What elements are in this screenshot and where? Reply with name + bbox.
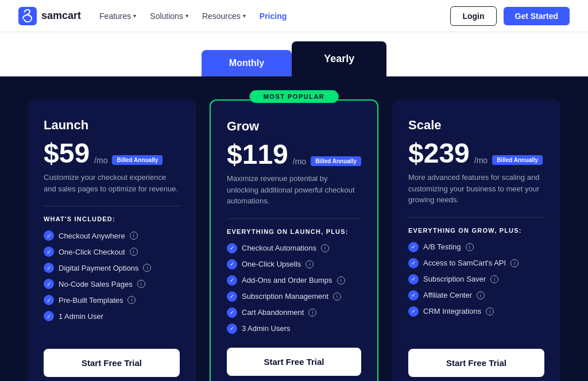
yearly-toggle[interactable]: Yearly [292, 41, 386, 76]
nav-links: Features ▾ Solutions ▾ Resources ▾ Prici… [99, 11, 287, 21]
logo-icon [18, 7, 37, 25]
get-started-button[interactable]: Get Started [504, 7, 570, 25]
check-icon: ✓ [408, 242, 419, 252]
feature-label: Cart Abandonment [242, 308, 304, 317]
navbar-right: Login Get Started [450, 6, 570, 26]
login-button[interactable]: Login [450, 6, 496, 26]
start-trial-scale[interactable]: Start Free Trial [408, 349, 544, 377]
info-icon[interactable]: i [466, 243, 474, 251]
check-icon: ✓ [44, 263, 54, 273]
plan-name-scale: Scale [408, 118, 544, 133]
price-amount-launch: $59 [44, 140, 90, 167]
plan-card-launch: Launch $59 /mo Billed Annually Customize… [28, 99, 196, 381]
info-icon[interactable]: i [143, 264, 151, 272]
price-per-mo-launch: /mo [94, 156, 107, 165]
check-icon: ✓ [227, 291, 237, 302]
info-icon[interactable]: i [486, 307, 494, 315]
billed-badge-grow: Billed Annually [311, 156, 361, 166]
price-row-grow: $119 /mo Billed Annually [227, 141, 361, 168]
list-item: ✓ Digital Payment Options i [44, 263, 180, 273]
feature-list-launch: ✓ Checkout Anywhere i ✓ One-Click Checko… [44, 230, 180, 335]
feature-label: Affiliate Center [423, 291, 472, 299]
feature-list-grow: ✓ Checkout Automations i ✓ One-Click Ups… [227, 243, 361, 334]
nav-resources[interactable]: Resources ▾ [202, 11, 246, 21]
list-item: ✓ Checkout Anywhere i [44, 230, 180, 241]
feature-label: Digital Payment Options [59, 264, 138, 272]
feature-label: No-Code Sales Pages [59, 280, 133, 288]
feature-label: A/B Testing [423, 243, 461, 251]
info-icon[interactable]: i [308, 309, 316, 317]
divider-scale [408, 217, 544, 218]
feature-label: 3 Admin Users [242, 324, 291, 333]
info-icon[interactable]: i [127, 296, 136, 304]
info-icon[interactable]: i [137, 280, 145, 288]
check-icon: ✓ [408, 290, 419, 301]
list-item: ✓ 1 Admin User [44, 311, 180, 321]
feature-label: One-Click Upsells [242, 260, 301, 268]
list-item: ✓ One-Click Upsells i [227, 259, 361, 270]
list-item: ✓ One-Click Checkout i [44, 247, 180, 257]
feature-label: Subscription Saver [423, 275, 486, 283]
info-icon[interactable]: i [130, 232, 138, 240]
check-icon: ✓ [44, 247, 54, 257]
list-item: ✓ Affiliate Center i [408, 290, 544, 301]
list-item: ✓ Subscription Management i [227, 291, 361, 302]
feature-label: Subscription Management [242, 292, 328, 301]
info-icon[interactable]: i [510, 259, 519, 267]
nav-solutions[interactable]: Solutions ▾ [150, 11, 188, 21]
feature-label: 1 Admin User [59, 312, 103, 321]
list-item: ✓ Subscription Saver i [408, 274, 544, 284]
features-header-grow: EVERYTHING ON LAUNCH, PLUS: [227, 228, 361, 235]
feature-label: Checkout Anywhere [59, 232, 125, 240]
nav-features[interactable]: Features ▾ [99, 11, 136, 21]
price-amount-scale: $239 [408, 140, 470, 167]
check-icon: ✓ [227, 275, 237, 286]
most-popular-badge: MOST POPULAR [250, 90, 339, 103]
info-icon[interactable]: i [305, 260, 314, 268]
info-icon[interactable]: i [490, 275, 498, 283]
feature-label: CRM Integrations [423, 307, 481, 315]
start-trial-launch[interactable]: Start Free Trial [44, 349, 180, 377]
billing-toggle-section: Monthly Yearly [0, 32, 588, 76]
plan-card-grow: MOST POPULAR Grow $119 /mo Billed Annual… [210, 99, 378, 381]
check-icon: ✓ [227, 324, 237, 334]
plan-card-scale: Scale $239 /mo Billed Annually More adva… [392, 99, 560, 381]
navbar: samcart Features ▾ Solutions ▾ Resources… [0, 0, 588, 32]
info-icon[interactable]: i [477, 291, 485, 299]
check-icon: ✓ [408, 258, 419, 268]
start-trial-grow[interactable]: Start Free Trial [227, 348, 361, 376]
divider-launch [44, 206, 180, 206]
list-item: ✓ Access to SamCart's API i [408, 258, 544, 268]
list-item: ✓ 3 Admin Users [227, 324, 361, 334]
check-icon: ✓ [44, 295, 54, 305]
list-item: ✓ Checkout Automations i [227, 243, 361, 253]
features-header-launch: WHAT'S INCLUDED: [44, 215, 180, 222]
nav-pricing[interactable]: Pricing [260, 11, 287, 21]
list-item: ✓ Add-Ons and Order Bumps i [227, 275, 361, 286]
billed-badge-scale: Billed Annually [492, 155, 543, 165]
info-icon[interactable]: i [333, 293, 341, 301]
chevron-icon: ▾ [185, 13, 188, 19]
feature-label: Checkout Automations [242, 244, 316, 252]
feature-label: One-Click Checkout [59, 248, 125, 256]
chevron-icon: ▾ [133, 13, 136, 19]
check-icon: ✓ [227, 307, 237, 318]
list-item: ✓ A/B Testing i [408, 242, 544, 252]
price-per-mo-grow: /mo [293, 157, 306, 166]
feature-label: Pre-Built Templates [59, 296, 123, 305]
plan-description-scale: More advanced features for scaling and c… [408, 172, 544, 206]
pricing-section: Launch $59 /mo Billed Annually Customize… [0, 76, 588, 381]
billing-toggle-container: Monthly Yearly [202, 41, 386, 76]
monthly-toggle[interactable]: Monthly [202, 50, 292, 76]
info-icon[interactable]: i [130, 248, 138, 256]
navbar-left: samcart Features ▾ Solutions ▾ Resources… [18, 7, 287, 25]
info-icon[interactable]: i [337, 276, 345, 284]
price-amount-grow: $119 [227, 141, 288, 168]
plan-name-launch: Launch [44, 118, 180, 133]
logo[interactable]: samcart [18, 7, 81, 25]
plan-name-grow: Grow [227, 119, 361, 134]
price-row-launch: $59 /mo Billed Annually [44, 140, 180, 167]
features-header-scale: EVERYTHING ON GROW, PLUS: [408, 227, 544, 234]
info-icon[interactable]: i [321, 244, 329, 252]
price-per-mo-scale: /mo [474, 156, 488, 165]
